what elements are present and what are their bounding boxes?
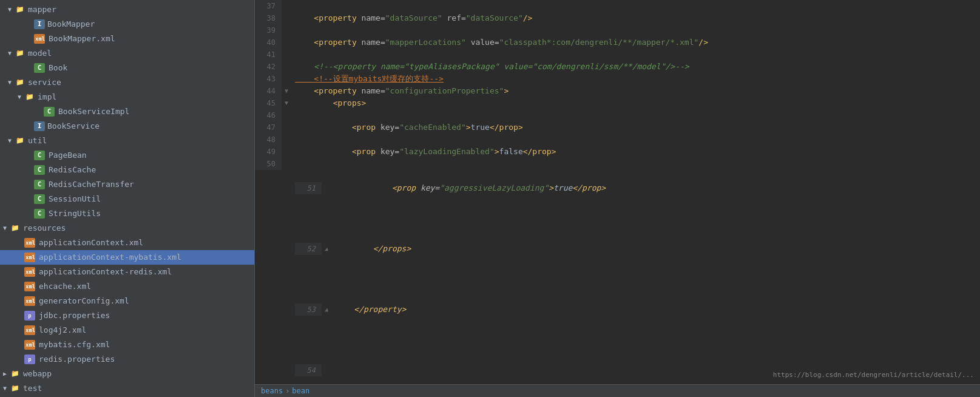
tree-item-redis-prop[interactable]: p redis.properties	[0, 352, 254, 367]
arrow-resources: ▼	[0, 222, 10, 234]
tree-item-SessionUtil[interactable]: C SessionUtil	[0, 192, 254, 206]
xml-icon: xml	[24, 325, 35, 335]
class-icon: C	[34, 194, 45, 204]
line-number: 51	[295, 182, 322, 194]
tree-item-BookServiceImpl[interactable]: C BookServiceImpl	[0, 104, 254, 119]
code-content: <!--<property name="typeAliasesPackage" …	[291, 61, 980, 73]
code-content: 51 <prop key="aggressiveLazyLoading">tru…	[291, 158, 980, 397]
tree-item-generatorConfig[interactable]: xml generatorConfig.xml	[0, 294, 254, 308]
tree-item-RedisCacheTransfer[interactable]: C RedisCacheTransfer	[0, 177, 254, 192]
tree-label: SessionUtil	[49, 193, 101, 205]
code-line-43: 43 <!--设置mybaits对缓存的支持-->	[255, 73, 980, 85]
code-line-52: 52 ▲ </props>	[295, 243, 980, 255]
code-line-42: 42 <!--<property name="typeAliasesPackag…	[255, 61, 980, 73]
tree-item-mapper[interactable]: ▼ 📁 mapper	[0, 2, 254, 17]
tree-label: mybatis.cfg.xml	[39, 339, 110, 351]
code-content: <property name="dataSource" ref="dataSou…	[291, 12, 980, 24]
tree-label: util	[28, 135, 47, 147]
code-content: <props>	[291, 97, 980, 109]
tree-item-BookMapper[interactable]: I BookMapper	[0, 17, 254, 32]
tree-item-impl[interactable]: ▼ 📁 impl	[0, 90, 254, 104]
tree-item-service[interactable]: ▼ 📁 service	[0, 75, 254, 90]
tree-label: RedisCache	[49, 164, 96, 176]
breadcrumb-item-beans[interactable]: beans	[261, 387, 283, 395]
tree-item-test[interactable]: ▼ 📁 test	[0, 381, 254, 396]
code-line-38: 38 <property name="dataSource" ref="data…	[255, 12, 980, 24]
arrow-util: ▼	[5, 135, 15, 147]
line-number: 45	[255, 97, 282, 109]
arrow-webapp: ▶	[0, 368, 10, 380]
tree-item-webapp[interactable]: ▶ 📁 webapp	[0, 367, 254, 381]
code-content	[291, 49, 980, 61]
fold-gutter: ▲	[322, 243, 331, 255]
code-content: <prop key="cacheEnabled">true</prop>	[291, 121, 980, 134]
class-icon: C	[34, 63, 45, 73]
watermark: https://blog.csdn.net/dengrenli/article/…	[773, 371, 974, 379]
xml-icon: xml	[24, 267, 35, 277]
tree-item-util[interactable]: ▼ 📁 util	[0, 134, 254, 148]
properties-icon: p	[24, 355, 35, 364]
class-icon: C	[34, 180, 45, 189]
tree-label: PageBean	[49, 149, 87, 161]
tree-label: test	[23, 382, 42, 395]
line-number: 38	[255, 12, 282, 24]
code-line-41: 41	[255, 49, 980, 61]
tree-item-appContext-mybatis[interactable]: xml applicationContext-mybatis.xml	[0, 250, 254, 265]
folder-icon: 📁	[15, 78, 25, 87]
code-content: <prop key="aggressiveLazyLoading">true</…	[331, 182, 980, 194]
code-line-48: 48	[255, 134, 980, 146]
line-number: 44	[255, 85, 282, 97]
tree-item-appContext[interactable]: xml applicationContext.xml	[0, 236, 254, 250]
tree-item-log4j2[interactable]: xml log4j2.xml	[0, 323, 254, 338]
tree-label: Book	[49, 62, 67, 74]
tree-item-resources[interactable]: ▼ 📁 resources	[0, 221, 254, 236]
tree-item-mybatis-cfg[interactable]: xml mybatis.cfg.xml	[0, 338, 254, 352]
tree-item-BookService[interactable]: I BookService	[0, 119, 254, 134]
tree-item-Book[interactable]: C Book	[0, 61, 254, 75]
fold-gutter: ▲	[322, 304, 331, 316]
tree-label: jdbc.properties	[39, 310, 110, 322]
tree-label: BookServiceImpl	[58, 106, 129, 118]
code-area[interactable]: 37 38 <property name="dataSource" ref="d…	[255, 0, 980, 397]
tree-label: applicationContext-redis.xml	[39, 266, 172, 278]
code-editor: 37 38 <property name="dataSource" ref="d…	[255, 0, 980, 397]
breadcrumb-item-bean[interactable]: bean	[292, 387, 309, 395]
line-number: 54	[295, 364, 322, 376]
folder-icon: 📁	[10, 223, 21, 233]
xml-icon: xml	[24, 282, 35, 291]
tree-label: redis.properties	[39, 353, 115, 365]
line-number: 46	[255, 109, 282, 121]
tree-item-PageBean[interactable]: C PageBean	[0, 148, 254, 163]
tree-item-appContext-redis[interactable]: xml applicationContext-redis.xml	[0, 265, 254, 279]
file-tree[interactable]: ▼ 📁 mapper I BookMapper xml BookMapper.x…	[0, 0, 255, 397]
class-icon: C	[34, 151, 45, 160]
tree-item-StringUtils[interactable]: C StringUtils	[0, 206, 254, 221]
line-number: 52	[295, 243, 322, 255]
tree-item-model[interactable]: ▼ 📁 model	[0, 46, 254, 61]
code-content	[291, 134, 980, 146]
arrow-service: ▼	[5, 76, 15, 89]
folder-icon: 📁	[10, 369, 21, 379]
xml-icon: xml	[34, 34, 45, 44]
tree-label: RedisCacheTransfer	[49, 178, 134, 191]
xml-icon: xml	[24, 253, 35, 262]
xml-icon: xml	[24, 238, 35, 248]
line-number: 37	[255, 0, 282, 12]
line-number: 49	[255, 146, 282, 158]
line-number: 43	[255, 73, 282, 85]
tree-item-RedisCache[interactable]: C RedisCache	[0, 163, 254, 177]
code-line-44: 44 ▼ <property name="configurationProper…	[255, 85, 980, 97]
line-number: 40	[255, 36, 282, 49]
code-line-46: 46	[255, 109, 980, 121]
line-number: 47	[255, 121, 282, 134]
breadcrumb: beans › bean	[255, 384, 980, 397]
folder-icon: 📁	[15, 49, 25, 58]
tree-item-BookMapper-xml[interactable]: xml BookMapper.xml	[0, 32, 254, 46]
line-number: 39	[255, 24, 282, 36]
code-content: <!--设置mybaits对缓存的支持-->	[291, 73, 980, 85]
tree-item-jdbc[interactable]: p jdbc.properties	[0, 308, 254, 323]
code-line-49: 49 <prop key="lazyLoadingEnabled">false<…	[255, 146, 980, 158]
xml-icon: xml	[24, 340, 35, 350]
tree-item-ehcache[interactable]: xml ehcache.xml	[0, 279, 254, 294]
code-line-40: 40 <property name="mapperLocations" valu…	[255, 36, 980, 49]
